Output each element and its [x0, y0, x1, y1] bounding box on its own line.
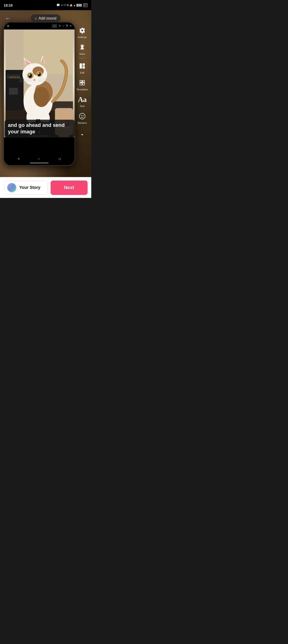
text-label: Text: [80, 105, 84, 108]
svg-point-16: [34, 87, 50, 107]
bottom-action-bar: Your Story Next: [0, 177, 91, 198]
templates-label: Templates: [76, 88, 88, 91]
svg-rect-12: [9, 88, 18, 94]
svg-text:NESPRESSO: NESPRESSO: [9, 76, 20, 78]
phone-home-icon: ○: [38, 157, 40, 160]
notification-icon: 🔔: [70, 4, 72, 6]
expand-tool[interactable]: [76, 128, 88, 141]
caption-bubble: and go ahead and send your image: [5, 120, 75, 138]
status-bar: 13:10 💬 ✴ 🛡 M 🔔 ▲ ▋▋▋ 87: [0, 0, 91, 10]
whatsapp-icon: 💬: [56, 4, 60, 7]
stickers-tool[interactable]: Stickers: [76, 110, 88, 126]
save-label: Save: [79, 52, 85, 55]
phone-nav-buttons: ≡ ○ ◁: [4, 157, 74, 160]
avatar-inner: [8, 184, 16, 192]
svg-point-5: [83, 115, 84, 116]
your-story-label: Your Story: [19, 185, 40, 190]
spacer: [79, 14, 88, 22]
text-tool[interactable]: Aa Text: [76, 93, 88, 109]
main-content: ← ♪ Add sound Settings Save: [0, 10, 91, 177]
svg-rect-0: [80, 64, 82, 69]
signal-icon: ▋▋▋: [77, 4, 82, 6]
back-button[interactable]: ←: [4, 14, 12, 22]
save-tool[interactable]: Save: [76, 41, 88, 57]
settings-tool[interactable]: Settings: [76, 24, 88, 40]
phone-mockup: ✕ HD ↻ ○ T ✏: [3, 22, 75, 166]
stickers-label: Stickers: [78, 122, 87, 124]
svg-point-27: [29, 74, 30, 76]
settings-icon: [77, 26, 87, 35]
phone-home-bar: [30, 163, 48, 163]
caption-bubble-text: and go ahead and send your image: [8, 122, 64, 135]
svg-point-3: [79, 113, 85, 119]
phone-bottom-area: ≡ ○ ◁: [4, 137, 74, 165]
battery-icon: 87: [83, 4, 88, 7]
add-sound-button[interactable]: ♪ Add sound: [31, 14, 60, 22]
status-icons: 💬 ✴ 🛡 M 🔔 ▲ ▋▋▋ 87: [56, 4, 88, 7]
bluetooth-icon: ✴: [61, 4, 63, 6]
edit-icon: [77, 61, 87, 71]
svg-point-29: [33, 79, 36, 80]
settings-label: Settings: [78, 36, 87, 38]
svg-point-26: [38, 72, 41, 76]
right-tools-panel: Settings Save Edit: [76, 24, 89, 141]
back-arrow-icon: ←: [5, 15, 11, 22]
tool-divider-1: [79, 58, 86, 58]
phone-body: ✕ HD ↻ ○ T ✏: [3, 22, 75, 166]
gmail-icon: M: [67, 4, 69, 6]
phone-screen: ✕ HD ↻ ○ T ✏: [4, 22, 74, 165]
stickers-icon: [77, 111, 87, 121]
edit-tool[interactable]: Edit: [76, 60, 88, 76]
your-story-button[interactable]: Your Story: [4, 180, 48, 195]
edit-label: Edit: [80, 71, 84, 74]
next-label: Next: [64, 185, 74, 190]
svg-point-28: [38, 73, 40, 74]
templates-tool[interactable]: Templates: [76, 76, 89, 92]
save-icon: [77, 42, 87, 52]
status-time: 13:10: [4, 3, 12, 7]
chevron-down-icon: [77, 130, 87, 140]
text-icon: Aa: [77, 94, 87, 104]
security-icon: 🛡: [64, 4, 66, 6]
svg-rect-1: [82, 64, 85, 66]
wifi-icon: ▲: [74, 4, 76, 6]
templates-icon: [77, 78, 87, 88]
svg-rect-2: [82, 66, 85, 68]
avatar: [7, 183, 16, 192]
phone-back-icon: ◁: [58, 157, 61, 160]
music-icon: ♪: [35, 16, 37, 20]
add-sound-label: Add sound: [38, 16, 56, 20]
svg-point-25: [28, 74, 32, 78]
svg-point-4: [81, 115, 82, 116]
phone-menu-icon: ≡: [18, 157, 20, 160]
next-button[interactable]: Next: [51, 180, 88, 195]
